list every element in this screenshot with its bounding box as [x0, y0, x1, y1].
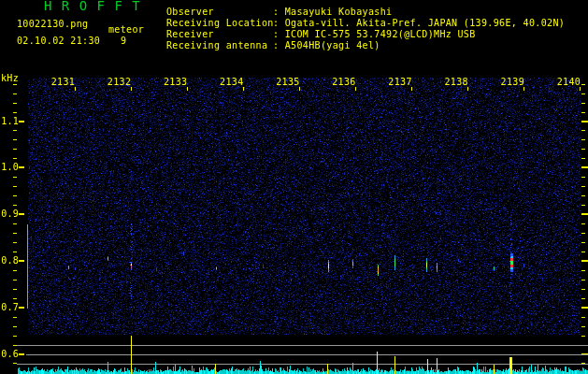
filename-label: 10022130.png	[17, 19, 88, 29]
meteor-count: 9	[121, 36, 126, 46]
info-colon: :	[273, 40, 285, 50]
info-row: Observer: Masayuki Kobayashi	[166, 7, 565, 18]
info-label: Receiving Location	[166, 18, 273, 28]
time-tick-label: 2140	[552, 77, 584, 87]
info-value: A504HB(yagi 4el)	[285, 40, 380, 50]
info-colon: :	[273, 7, 285, 17]
time-tick-label: 2135	[272, 77, 304, 87]
spectrogram-canvas	[0, 0, 588, 374]
time-tick-label: 2138	[440, 77, 472, 87]
info-row: Receiving antenna: A504HB(yagi 4el)	[166, 40, 565, 51]
info-label: Receiving antenna	[166, 40, 273, 50]
freq-tick-label: 1.1	[0, 116, 19, 126]
time-tick-label: 2133	[160, 77, 192, 87]
info-value: ICOM IC-575 53.7492(@LCD)MHz USB	[285, 29, 476, 39]
app-title: H R O F F T	[44, 1, 141, 11]
time-tick-label: 2131	[48, 77, 79, 87]
info-colon: :	[273, 18, 285, 28]
freq-tick-label: 0.9	[0, 209, 19, 219]
time-tick-label: 2139	[496, 77, 528, 87]
observation-info: Observer: Masayuki KobayashiReceiving Lo…	[166, 7, 565, 51]
info-label: Receiver	[166, 29, 273, 39]
time-tick-label: 2134	[216, 77, 248, 87]
info-row: Receiving Location: Ogata-vill. Akita-Pr…	[166, 18, 565, 29]
info-value: Ogata-vill. Akita-Pref. JAPAN (139.96E, …	[285, 18, 565, 28]
freq-axis-unit: kHz	[1, 73, 19, 83]
mode-label: meteor	[108, 24, 144, 35]
freq-tick-label: 0.6	[0, 349, 19, 359]
time-tick-label: 2136	[328, 77, 360, 87]
freq-tick-label: 0.7	[0, 302, 19, 312]
info-value: Masayuki Kobayashi	[285, 7, 393, 17]
freq-tick-label: 0.8	[0, 255, 19, 266]
info-row: Receiver: ICOM IC-575 53.7492(@LCD)MHz U…	[166, 29, 565, 40]
freq-tick-label: 1.0	[0, 162, 19, 172]
info-label: Observer	[166, 7, 273, 17]
info-colon: :	[273, 29, 285, 39]
hrofft-screen: H R O F F T 10022130.png meteor 02.10.02…	[0, 0, 588, 374]
time-tick-label: 2132	[104, 77, 136, 87]
datetime-label: 02.10.02 21:30	[17, 36, 100, 46]
time-tick-label: 2137	[384, 77, 416, 87]
